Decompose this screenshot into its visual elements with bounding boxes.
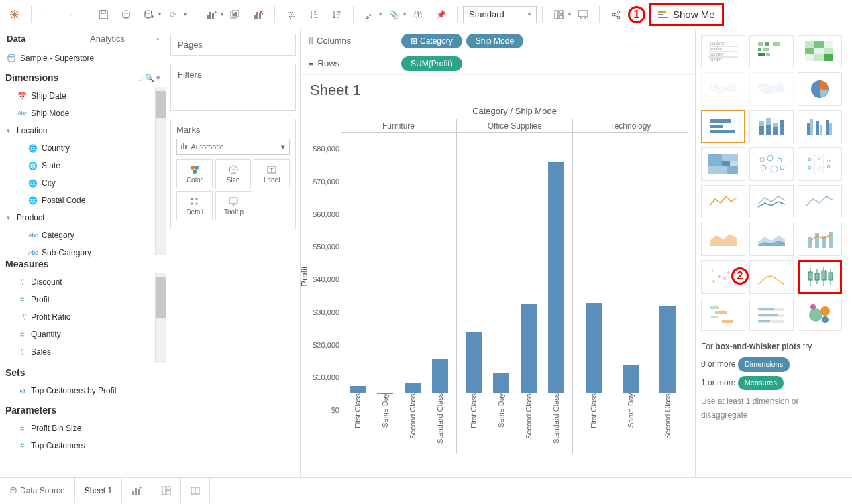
columns-shelf[interactable]: ⦙⦙⦙Columns ⊞CategoryShip Mode xyxy=(301,29,695,52)
bar[interactable] xyxy=(548,162,564,393)
sm-text-table[interactable]: 1234 6784834 5875629 937917 247 xyxy=(701,35,745,68)
new-worksheet-dropdown[interactable]: +▾ xyxy=(138,4,161,25)
sm-line-discrete[interactable] xyxy=(749,185,794,218)
fit-dropdown[interactable]: Standard▾ xyxy=(463,6,537,23)
sm-symbol-map[interactable] xyxy=(701,72,745,106)
parameter-field[interactable]: #Top Customers xyxy=(0,437,166,454)
measure-field[interactable]: #Discount xyxy=(0,273,166,291)
sm-area-discrete[interactable] xyxy=(749,223,794,256)
bar[interactable] xyxy=(466,332,482,393)
scrollbar[interactable] xyxy=(155,87,166,255)
measure-field[interactable]: #Quantity xyxy=(0,326,166,343)
pill[interactable]: SUM(Profit) xyxy=(401,56,462,71)
bar[interactable] xyxy=(493,373,509,393)
dimension-field[interactable]: AbcSub-Category xyxy=(0,244,166,261)
data-tab[interactable]: Data xyxy=(0,29,83,48)
view-icon[interactable]: ⊞ xyxy=(137,74,143,82)
color-button[interactable]: Color xyxy=(176,159,213,188)
sm-treemap[interactable] xyxy=(701,147,745,181)
new-dashboard-tab[interactable] xyxy=(152,478,181,503)
sort-asc-button[interactable] xyxy=(303,4,325,25)
share-button[interactable] xyxy=(605,4,627,25)
redo-button[interactable]: → xyxy=(60,4,81,25)
bar[interactable] xyxy=(521,304,537,393)
sm-highlight-table[interactable] xyxy=(798,35,842,68)
swap-button[interactable] xyxy=(280,4,302,25)
bar[interactable] xyxy=(350,386,366,393)
sm-packed-bubbles[interactable] xyxy=(798,298,842,331)
label-button[interactable]: TLabel xyxy=(254,159,290,188)
clear-sheet-button[interactable] xyxy=(248,4,269,25)
new-story-tab[interactable] xyxy=(181,478,210,503)
labels-button[interactable]: T xyxy=(407,4,429,25)
dimension-field[interactable]: 📅Ship Date xyxy=(0,87,166,105)
pages-card[interactable]: Pages xyxy=(170,34,296,56)
undo-button[interactable]: ← xyxy=(37,4,58,25)
sm-gantt[interactable] xyxy=(701,298,745,331)
save-button[interactable] xyxy=(93,4,114,25)
sm-horizontal-bar[interactable] xyxy=(701,110,745,143)
dimension-field[interactable]: 🌐Country xyxy=(0,139,166,157)
measure-field[interactable]: #Sales xyxy=(0,343,166,361)
size-button[interactable]: Size xyxy=(215,159,252,188)
analytics-tab[interactable]: Analytics◦ xyxy=(83,29,166,48)
sm-stacked-bar[interactable] xyxy=(749,110,794,143)
sm-side-by-side-bar[interactable] xyxy=(798,110,842,143)
measure-field[interactable]: =#Profit Ratio xyxy=(0,308,166,326)
rows-shelf[interactable]: ≡Rows SUM(Profit) xyxy=(301,52,695,75)
sm-area-continuous[interactable] xyxy=(701,223,745,256)
scrollbar[interactable] xyxy=(155,273,166,363)
pill[interactable]: ⊞Category xyxy=(401,34,462,48)
search-icon[interactable]: 🔍 xyxy=(145,74,154,82)
sm-heat-map[interactable] xyxy=(749,35,794,68)
show-me-button[interactable]: Show Me xyxy=(649,3,724,26)
sm-pie[interactable] xyxy=(798,72,842,106)
marks-type-dropdown[interactable]: Automatic ▾ xyxy=(176,139,290,155)
bar[interactable] xyxy=(432,359,448,393)
dimension-field[interactable]: AbcShip Mode xyxy=(0,105,166,122)
sort-desc-button[interactable] xyxy=(326,4,348,25)
sm-side-by-side-circle[interactable] xyxy=(798,147,842,181)
bar[interactable] xyxy=(659,306,676,393)
measure-field[interactable]: #Profit xyxy=(0,291,166,308)
sm-dual-combination[interactable] xyxy=(798,223,842,256)
duplicate-sheet-button[interactable] xyxy=(225,4,246,25)
presentation-button[interactable] xyxy=(572,4,594,25)
field-folder[interactable]: Location xyxy=(0,122,166,139)
new-sheet-dropdown[interactable]: +▾ xyxy=(201,4,223,25)
sm-bullet[interactable] xyxy=(749,298,794,331)
field-folder[interactable]: Product xyxy=(0,209,166,227)
new-datasource-dropdown[interactable] xyxy=(115,4,137,25)
tooltip-button[interactable]: Tooltip xyxy=(215,191,252,220)
sm-circle-views[interactable] xyxy=(749,147,794,181)
group-dropdown[interactable]: 📎▾ xyxy=(383,4,406,25)
highlight-dropdown[interactable]: ▾ xyxy=(359,4,382,25)
filters-card[interactable]: Filters xyxy=(170,64,296,111)
bar[interactable] xyxy=(405,383,421,393)
dimension-field[interactable]: 🌐City xyxy=(0,174,166,192)
refresh-button[interactable]: ⟳ xyxy=(162,4,184,25)
cards-dropdown[interactable]: ▾ xyxy=(548,4,571,25)
menu-caret[interactable]: ▾ xyxy=(156,74,160,82)
sm-line-continuous[interactable] xyxy=(701,185,745,218)
dimension-field[interactable]: 🌐Postal Code xyxy=(0,192,166,209)
sheet-tab[interactable]: Sheet 1 xyxy=(75,478,122,503)
dimension-field[interactable]: 🌐State xyxy=(0,157,166,174)
sm-box-whisker[interactable] xyxy=(798,260,842,294)
bar[interactable] xyxy=(623,365,639,393)
datasource-row[interactable]: Sample - Superstore xyxy=(0,48,166,68)
parameter-field[interactable]: #Profit Bin Size xyxy=(0,420,166,437)
sm-histogram[interactable]: 2 xyxy=(749,260,794,294)
detail-button[interactable]: Detail xyxy=(176,191,213,220)
set-field[interactable]: ⊘Top Customers by Profit xyxy=(0,382,166,399)
pin-button[interactable]: 📌 xyxy=(430,4,451,25)
new-worksheet-tab[interactable]: + xyxy=(122,478,152,503)
dimension-field[interactable]: AbcCategory xyxy=(0,227,166,244)
y-tick: $0 xyxy=(331,406,339,414)
sheet-title[interactable]: Sheet 1 xyxy=(301,75,695,106)
datasource-tab[interactable]: Data Source xyxy=(0,478,75,503)
sm-filled-map[interactable] xyxy=(749,72,794,106)
bar[interactable] xyxy=(586,303,602,393)
sm-dual-line[interactable] xyxy=(798,185,842,218)
pill[interactable]: Ship Mode xyxy=(466,34,523,48)
